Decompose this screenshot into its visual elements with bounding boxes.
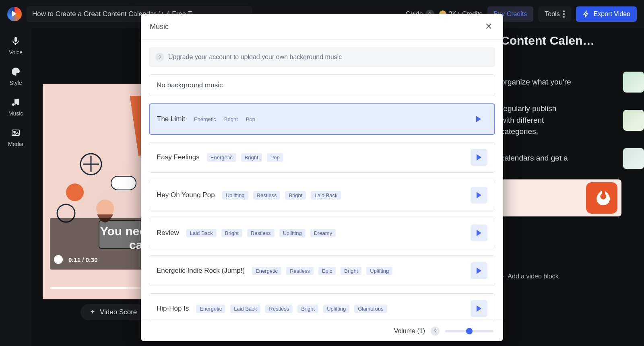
track-easy-feelings[interactable]: Easy Feelings Energetic Bright Pop [149, 142, 495, 173]
track-name: Hey Oh Young Pop [157, 191, 215, 199]
palette-icon [10, 66, 21, 77]
sidebar-item-style[interactable]: Style [9, 66, 22, 86]
modal-title: Music [150, 23, 169, 31]
flame-icon [593, 189, 611, 207]
play-icon [477, 154, 481, 161]
svg-point-2 [12, 103, 14, 106]
tag: Bright [221, 229, 242, 237]
right-title: Content Calen… [501, 34, 644, 47]
modal-body[interactable]: ? Upgrade your account to upload your ow… [141, 40, 503, 321]
play-button[interactable] [471, 149, 487, 166]
right-text-line: with different [501, 115, 616, 126]
play-button[interactable] [471, 187, 487, 204]
video-score-label: Video Score [100, 308, 137, 316]
tag: Energetic [192, 116, 218, 122]
tag: Bright [285, 191, 306, 200]
sidebar-item-voice[interactable]: Voice [9, 35, 23, 56]
tag: Uplifting [279, 229, 305, 237]
tag: Uplifting [323, 305, 349, 313]
modal-footer: Volume (1) ? [141, 321, 503, 341]
svg-point-12 [66, 183, 84, 201]
image-icon [10, 127, 21, 138]
tag: Epic [318, 267, 336, 275]
app-logo [7, 7, 22, 21]
right-text-line: calendars and get a [501, 152, 616, 164]
promo-card[interactable] [501, 179, 621, 216]
sidebar-label: Media [8, 141, 23, 147]
help-icon[interactable]: ? [431, 327, 440, 336]
track-review[interactable]: Review Laid Back Bright Restless Uplifti… [149, 218, 495, 248]
brand-badge [586, 182, 617, 214]
thumbnail [623, 110, 644, 131]
add-block-label: Add a video block [508, 273, 558, 280]
tag: Restless [247, 229, 275, 237]
add-video-block-button[interactable]: + Add a video block [501, 273, 644, 280]
right-row[interactable]: calendars and get a [501, 148, 644, 169]
track-name: Review [157, 229, 179, 237]
tag: Bright [297, 305, 318, 313]
music-modal: Music ✕ ? Upgrade your account to upload… [141, 14, 503, 341]
sidebar-label: Voice [9, 49, 23, 56]
modal-header: Music ✕ [141, 14, 503, 40]
track-hey-oh-young-pop[interactable]: Hey Oh Young Pop Uplifting Restless Brig… [149, 180, 495, 210]
tools-menu-button[interactable]: Tools [538, 6, 571, 22]
thumbnail [623, 72, 644, 93]
play-button[interactable] [471, 300, 487, 317]
tag: Bright [223, 116, 239, 122]
play-icon [477, 268, 481, 274]
playhead-dot-icon[interactable] [54, 255, 63, 264]
play-button[interactable] [471, 224, 487, 241]
right-row[interactable]: regularly publish with different categor… [501, 103, 644, 138]
tools-label: Tools [545, 10, 559, 18]
track-name: No background music [157, 81, 223, 89]
track-name: Hip-Hop Is [157, 305, 189, 313]
upgrade-text: Upgrade your account to upload your own … [168, 54, 342, 61]
volume-label: Volume (1) [394, 327, 425, 335]
tag: Laid Back [311, 191, 341, 200]
tag: Bright [241, 153, 262, 162]
info-icon: ? [155, 53, 164, 62]
spark-icon [89, 309, 96, 315]
lightning-icon [582, 10, 590, 18]
sidebar: Voice Style Music Media [0, 28, 31, 346]
tag: Uplifting [366, 267, 392, 275]
tag: Dreamy [310, 229, 336, 237]
play-icon [477, 230, 481, 236]
right-text-line: organize what you're [501, 76, 616, 88]
track-energetic-indie-rock[interactable]: Energetic Indie Rock (Jump!) Energetic R… [149, 255, 495, 286]
volume-slider[interactable] [445, 330, 493, 332]
play-icon [477, 192, 481, 198]
close-icon: ✕ [485, 22, 492, 31]
play-icon [476, 116, 481, 122]
svg-rect-14 [111, 176, 136, 190]
tag: Uplifting [222, 191, 248, 200]
track-the-limit[interactable]: The Limit Energetic Bright Pop [149, 103, 495, 135]
video-score-button[interactable]: Video Score [80, 304, 146, 320]
slider-knob[interactable] [466, 328, 473, 334]
play-button[interactable] [471, 262, 487, 279]
play-button[interactable] [470, 111, 487, 128]
track-name: Energetic Indie Rock (Jump!) [157, 267, 245, 275]
track-no-background[interactable]: No background music [149, 74, 495, 96]
tag: Restless [253, 191, 281, 200]
upgrade-banner[interactable]: ? Upgrade your account to upload your ow… [149, 47, 495, 67]
tag: Energetic [252, 267, 281, 275]
export-video-button[interactable]: Export Video [576, 6, 637, 22]
tag: Energetic [207, 153, 236, 162]
export-label: Export Video [594, 10, 630, 18]
microphone-icon [10, 35, 21, 47]
sidebar-item-music[interactable]: Music [8, 97, 23, 117]
timecode-display: 0:11 / 0:30 [68, 256, 98, 263]
tag: Glamorous [354, 305, 387, 313]
close-button[interactable]: ✕ [483, 21, 494, 32]
tag: Restless [286, 267, 314, 275]
track-hip-hop-is[interactable]: Hip-Hop Is Energetic Laid Back Restless … [149, 293, 495, 321]
sidebar-label: Style [9, 80, 22, 86]
right-text-line: categories. [501, 126, 616, 138]
track-name: The Limit [157, 115, 185, 123]
right-row[interactable]: organize what you're [501, 72, 644, 93]
tag: Laid Back [186, 229, 217, 237]
svg-rect-0 [14, 37, 17, 42]
sidebar-item-media[interactable]: Media [8, 127, 23, 147]
music-icon [10, 97, 21, 108]
